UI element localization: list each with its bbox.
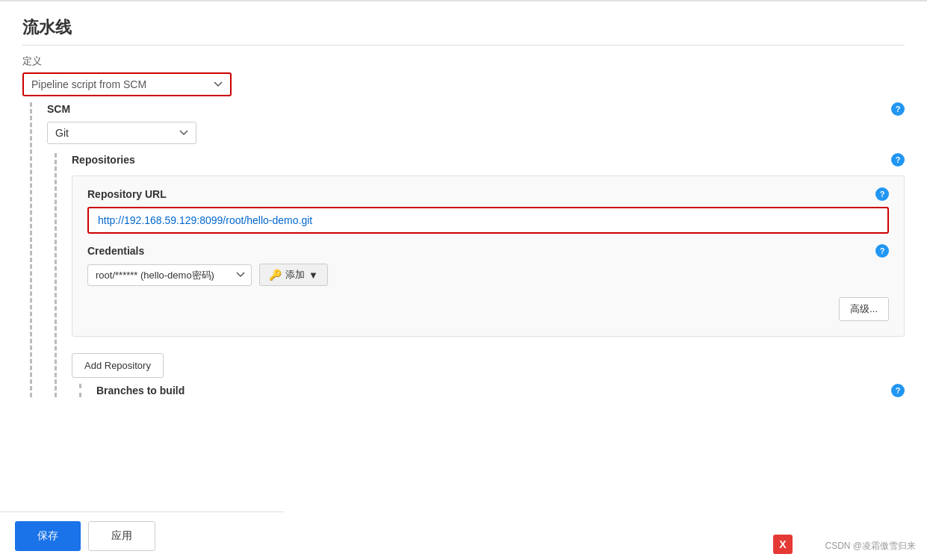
scm-help-icon[interactable]: ? [891, 102, 905, 116]
credentials-row: root/****** (hello-demo密码) 🔑 添加 ▼ [87, 264, 889, 286]
repo-url-help-icon[interactable]: ? [875, 187, 889, 201]
repositories-label: Repositories [72, 154, 135, 166]
advanced-button[interactable]: 高级... [839, 297, 889, 321]
credentials-select[interactable]: root/****** (hello-demo密码) [87, 264, 252, 286]
advanced-row: 高级... [87, 297, 889, 321]
branches-section: Branches to build ? [79, 384, 905, 397]
branches-help-icon[interactable]: ? [891, 384, 905, 397]
bottom-bar: 保存 应用 [0, 511, 284, 560]
credentials-help-icon[interactable]: ? [875, 244, 889, 258]
repo-url-input[interactable] [87, 207, 889, 234]
branches-label: Branches to build [96, 385, 185, 396]
page-container: 流水线 定义 Pipeline script from SCM SCM ? Gi… [0, 0, 927, 560]
credentials-section: Credentials ? root/****** (hello-demo密码)… [87, 244, 889, 286]
save-button[interactable]: 保存 [15, 521, 81, 551]
git-select[interactable]: Git [47, 122, 196, 144]
repo-url-header: Repository URL ? [87, 187, 889, 201]
pipeline-definition-row: Pipeline script from SCM [22, 72, 905, 96]
repositories-header: Repositories ? [72, 153, 905, 167]
add-credentials-button[interactable]: 🔑 添加 ▼ [259, 264, 328, 286]
add-repository-button[interactable]: Add Repository [72, 353, 164, 378]
credentials-label: Credentials [87, 245, 144, 257]
scm-header: SCM ? [47, 102, 905, 116]
branches-header: Branches to build ? [96, 384, 905, 397]
key-icon: 🔑 [269, 269, 282, 281]
definition-label: 定义 [22, 55, 905, 68]
main-content: 流水线 定义 Pipeline script from SCM SCM ? Gi… [0, 1, 927, 412]
scm-label: SCM [47, 103, 70, 115]
scm-section: SCM ? Git Repositories ? [30, 102, 905, 397]
repositories-help-icon[interactable]: ? [891, 153, 905, 167]
apply-button[interactable]: 应用 [88, 521, 155, 551]
repo-url-label: Repository URL [87, 188, 167, 200]
git-dropdown-row: Git [47, 122, 905, 144]
repositories-section: Repositories ? Repository URL ? Credenti… [55, 153, 905, 397]
close-x-button[interactable]: X [773, 535, 793, 554]
repo-box: Repository URL ? Credentials ? root/****… [72, 175, 905, 337]
add-btn-label: 添加 [285, 268, 305, 281]
page-title: 流水线 [22, 16, 905, 46]
watermark: CSDN @凌霜傲雪归来 [825, 540, 916, 553]
add-btn-arrow: ▼ [309, 270, 318, 281]
credentials-header: Credentials ? [87, 244, 889, 258]
pipeline-definition-select[interactable]: Pipeline script from SCM [22, 72, 232, 96]
